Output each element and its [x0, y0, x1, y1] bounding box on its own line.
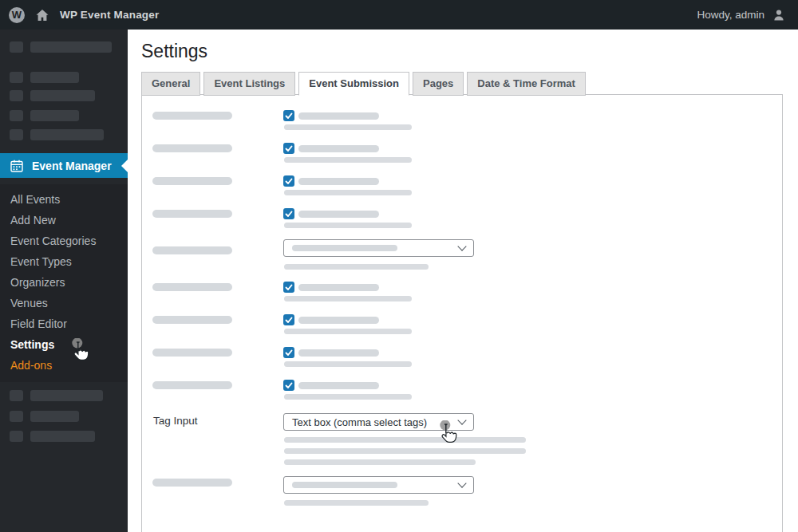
wordpress-logo-icon[interactable]: W	[9, 7, 25, 23]
sidebar-item-event-manager[interactable]: Event Manager	[0, 153, 128, 178]
checkbox-checked[interactable]	[283, 347, 294, 358]
menu-icon-skeleton	[10, 90, 23, 101]
page-title: Settings	[141, 41, 207, 62]
setting-row	[142, 175, 782, 204]
setting-row	[142, 110, 782, 139]
site-name-link[interactable]: WP Event Manager	[60, 9, 159, 21]
description-skeleton	[284, 296, 412, 301]
menu-label-skeleton	[30, 411, 79, 422]
setting-label-skeleton	[152, 210, 232, 218]
description-skeleton	[284, 361, 412, 367]
checkbox-checked[interactable]	[283, 380, 294, 391]
setting-row-tag-input: Tag Input Text box (comma select tags)	[142, 413, 782, 469]
menu-item-skeleton[interactable]	[0, 431, 128, 443]
tab-event-listings[interactable]: Event Listings	[203, 72, 295, 96]
submenu-item-add-ons[interactable]: Add-ons	[0, 355, 128, 376]
menu-label-skeleton	[30, 110, 79, 121]
menu-label-skeleton	[30, 129, 104, 140]
menu-item-skeleton[interactable]	[0, 129, 128, 142]
tab-general[interactable]: General	[141, 72, 200, 96]
admin-bar: W WP Event Manager Howdy, admin	[0, 0, 798, 30]
main-content: Settings General Event Listings Event Su…	[128, 30, 798, 532]
admin-sidebar: Event Manager All Events Add New Event C…	[0, 30, 128, 532]
setting-row	[142, 282, 782, 310]
menu-label-skeleton	[30, 390, 103, 401]
settings-tabs: General Event Listings Event Submission …	[141, 72, 586, 95]
setting-label-skeleton	[152, 283, 232, 291]
sidebar-item-label: Event Manager	[32, 160, 112, 172]
checkbox-checked[interactable]	[283, 143, 294, 154]
check-icon	[285, 382, 293, 389]
submenu-item-organizers[interactable]: Organizers	[0, 272, 128, 293]
settings-panel: Tag Input Text box (comma select tags)	[141, 94, 783, 532]
submenu-item-add-new[interactable]: Add New	[0, 210, 128, 231]
check-icon	[285, 284, 293, 291]
menu-icon-skeleton	[10, 72, 23, 83]
howdy-text: Howdy, admin	[697, 9, 764, 21]
menu-item-skeleton[interactable]	[0, 390, 128, 403]
menu-item-skeleton[interactable]	[0, 411, 128, 424]
menu-item-skeleton[interactable]	[0, 110, 128, 123]
checkbox-label-skeleton	[298, 145, 379, 152]
menu-label-skeleton	[30, 72, 79, 83]
checkbox-label-skeleton	[298, 211, 379, 218]
description-skeleton	[284, 157, 412, 163]
tab-pages[interactable]: Pages	[413, 72, 464, 96]
calendar-icon	[10, 159, 24, 173]
menu-item-skeleton[interactable]	[0, 90, 128, 103]
submenu-item-all-events[interactable]: All Events	[0, 189, 128, 210]
setting-label-skeleton	[152, 246, 232, 254]
account-menu[interactable]: Howdy, admin	[697, 8, 798, 22]
setting-label-skeleton	[152, 144, 232, 152]
setting-label-skeleton	[152, 349, 232, 357]
checkbox-label-skeleton	[298, 382, 379, 389]
checkbox-checked[interactable]	[283, 314, 294, 325]
check-icon	[285, 317, 293, 324]
tab-event-submission[interactable]: Event Submission	[298, 72, 409, 96]
check-icon	[285, 211, 293, 218]
setting-label-skeleton	[152, 112, 232, 120]
setting-row	[142, 476, 782, 505]
user-icon	[772, 8, 786, 22]
setting-label-skeleton	[152, 177, 232, 185]
chevron-down-icon	[457, 242, 466, 250]
menu-item-skeleton[interactable]	[0, 72, 128, 85]
setting-row	[142, 380, 782, 408]
tag-input-select[interactable]: Text box (comma select tags)	[283, 413, 474, 431]
checkbox-checked[interactable]	[283, 282, 294, 293]
menu-label-skeleton	[30, 431, 95, 442]
checkbox-checked[interactable]	[283, 110, 294, 121]
submenu-item-settings[interactable]: Settings	[0, 334, 128, 355]
setting-row	[142, 347, 782, 376]
checkbox-label-skeleton	[298, 349, 379, 357]
submenu-item-field-editor[interactable]: Field Editor	[0, 313, 128, 334]
submenu-item-venues[interactable]: Venues	[0, 293, 128, 313]
submenu-item-event-categories[interactable]: Event Categories	[0, 231, 128, 251]
menu-icon-skeleton	[10, 411, 23, 422]
setting-row	[142, 143, 782, 171]
setting-row	[142, 314, 782, 343]
submenu-item-event-types[interactable]: Event Types	[0, 251, 128, 272]
check-icon	[285, 145, 293, 152]
checkbox-checked[interactable]	[283, 175, 294, 187]
menu-icon-skeleton	[10, 431, 23, 442]
checkbox-label-skeleton	[298, 284, 379, 291]
check-icon	[285, 349, 293, 357]
select-dropdown[interactable]	[283, 476, 474, 494]
event-manager-submenu: All Events Add New Event Categories Even…	[0, 184, 128, 382]
menu-item-skeleton[interactable]	[0, 41, 128, 54]
tab-date-time-format[interactable]: Date & Time Format	[467, 72, 586, 96]
description-skeleton	[284, 264, 429, 270]
menu-icon-skeleton	[10, 110, 23, 121]
menu-label-skeleton	[30, 41, 112, 53]
description-skeleton	[284, 190, 412, 195]
menu-icon-skeleton	[10, 41, 23, 53]
check-icon	[285, 112, 293, 120]
setting-row	[142, 208, 782, 237]
description-skeleton	[284, 124, 412, 130]
home-icon[interactable]	[35, 8, 49, 22]
select-dropdown[interactable]	[283, 239, 474, 257]
menu-icon-skeleton	[10, 129, 23, 140]
checkbox-checked[interactable]	[283, 208, 294, 219]
description-skeleton	[284, 448, 526, 454]
